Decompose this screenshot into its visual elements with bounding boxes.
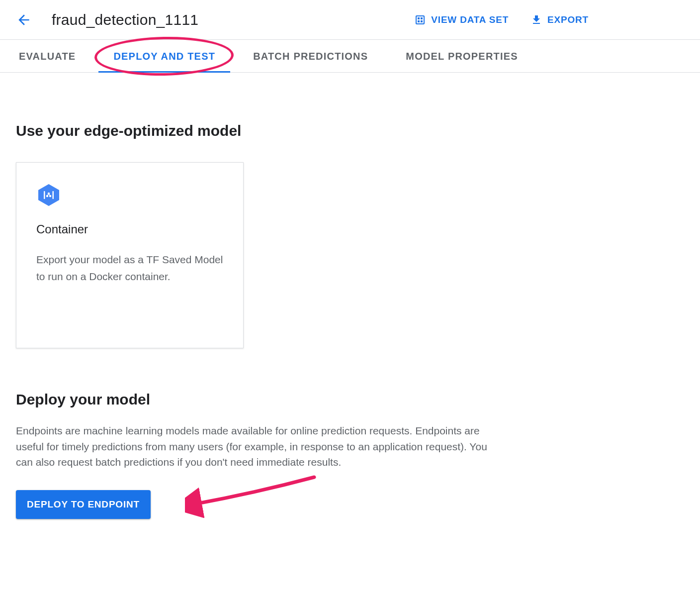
container-card[interactable]: Container Export your model as a TF Save… xyxy=(16,162,244,348)
container-card-description: Export your model as a TF Saved Model to… xyxy=(36,251,223,285)
tab-evaluate[interactable]: EVALUATE xyxy=(15,40,80,72)
container-card-title: Container xyxy=(36,222,223,236)
section-edge-title: Use your edge-optimized model xyxy=(16,122,684,139)
page-header: fraud_detection_1111 VIEW DATA SET EXPOR… xyxy=(0,0,700,40)
tab-batch-predictions[interactable]: BATCH PREDICTIONS xyxy=(249,40,372,72)
tab-model-properties[interactable]: MODEL PROPERTIES xyxy=(402,40,522,72)
download-icon xyxy=(530,14,542,26)
svg-rect-1 xyxy=(44,191,45,199)
dataset-icon xyxy=(414,14,426,26)
annotation-arrow xyxy=(185,473,324,518)
section-deploy-title: Deploy your model xyxy=(16,391,684,408)
deploy-to-endpoint-button[interactable]: DEPLOY TO ENDPOINT xyxy=(16,490,151,519)
svg-rect-2 xyxy=(53,191,54,199)
view-dataset-label: VIEW DATA SET xyxy=(431,14,509,25)
page-title: fraud_detection_1111 xyxy=(52,11,198,28)
section-deploy-description: Endpoints are machine learning models ma… xyxy=(16,423,488,470)
export-button[interactable]: EXPORT xyxy=(530,14,589,26)
content: Use your edge-optimized model Container … xyxy=(0,73,700,539)
tabs: EVALUATE DEPLOY AND TEST BATCH PREDICTIO… xyxy=(0,40,700,73)
arrow-left-icon xyxy=(16,12,32,28)
container-icon xyxy=(36,183,61,207)
deploy-section: Deploy your model Endpoints are machine … xyxy=(16,391,684,519)
back-button[interactable] xyxy=(12,8,36,32)
view-dataset-button[interactable]: VIEW DATA SET xyxy=(414,14,509,26)
svg-marker-0 xyxy=(38,184,59,206)
export-label: EXPORT xyxy=(547,14,589,25)
tab-deploy-and-test[interactable]: DEPLOY AND TEST xyxy=(109,40,219,72)
header-actions: VIEW DATA SET EXPORT xyxy=(414,14,589,26)
